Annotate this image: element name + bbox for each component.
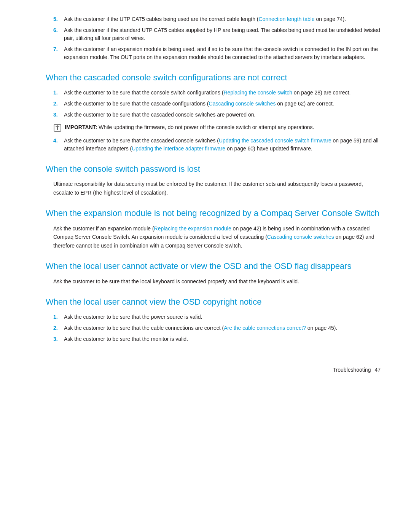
cascading-switches-link2[interactable]: Cascading console switches <box>267 234 334 240</box>
updating-adapter-link[interactable]: Updating the interface adapter firmware <box>132 145 225 152</box>
list-number: 5. <box>53 15 64 23</box>
intro-section: 5. Ask the customer if the UTP CAT5 cabl… <box>46 15 381 61</box>
list-content: Ask the customer to be sure that the cas… <box>64 137 381 153</box>
cable-connections-link[interactable]: Are the cable connections correct? <box>224 325 306 331</box>
list-item: 4. Ask the customer to be sure that the … <box>53 137 381 153</box>
cascading-switches-link[interactable]: Cascading console switches <box>209 101 276 107</box>
list-number: 6. <box>53 26 64 42</box>
list-content: Ask the customer to be sure that the cas… <box>64 111 381 119</box>
section-heading-cascaded: When the cascaded console switch configu… <box>46 72 381 83</box>
important-text: IMPORTANT: While updating the firmware, … <box>65 123 381 131</box>
list-content: Ask the customer to be sure that the con… <box>64 89 381 97</box>
list-item: 7. Ask the customer if an expansion modu… <box>46 45 381 61</box>
osd-disappears-body: Ask the customer to be sure that the loc… <box>53 277 381 286</box>
list-content: Ask the customer to be sure that the mon… <box>64 335 381 343</box>
osd-copyright-section: When the local user cannot view the OSD … <box>46 296 381 343</box>
section-heading-osd-disappears: When the local user cannot activate or v… <box>46 260 381 272</box>
list-number: 3. <box>53 335 64 343</box>
important-icon <box>53 124 62 132</box>
cascaded-configs-section: When the cascaded console switch configu… <box>46 72 381 153</box>
important-body: While updating the firmware, do not powe… <box>99 124 314 130</box>
list-content: Ask the customer if an expansion module … <box>64 45 381 61</box>
list-item: 3. Ask the customer to be sure that the … <box>46 111 381 119</box>
list-content: Ask the customer to be sure that the cab… <box>64 324 381 332</box>
list-item: 1. Ask the customer to be sure that the … <box>46 313 381 321</box>
list-item: 1. Ask the customer to be sure that the … <box>46 89 381 97</box>
section-heading-password: When the console switch password is lost <box>46 163 381 175</box>
list-content: Ask the customer if the UTP CAT5 cables … <box>64 15 381 23</box>
list-content: Ask the customer to be sure that the cas… <box>64 100 381 108</box>
list-number: 3. <box>53 111 64 119</box>
replacing-console-link[interactable]: Replacing the console switch <box>223 89 292 96</box>
list-item: 2. Ask the customer to be sure that the … <box>46 324 381 332</box>
section-heading-expansion: When the expansion module is not being r… <box>46 208 381 219</box>
footer: Troubleshooting 47 <box>46 366 381 374</box>
password-lost-section: When the console switch password is lost… <box>46 163 381 197</box>
list-item: 3. Ask the customer to be sure that the … <box>46 335 381 343</box>
osd-disappears-section: When the local user cannot activate or v… <box>46 260 381 286</box>
updating-cascaded-link[interactable]: Updating the cascaded console switch fir… <box>219 137 331 144</box>
list-content: Ask the customer to be sure that the pow… <box>64 313 381 321</box>
expansion-module-body: Ask the customer if an expansion module … <box>53 224 381 250</box>
section-heading-osd-copyright: When the local user cannot view the OSD … <box>46 296 381 308</box>
cascaded-sub-list: 4. Ask the customer to be sure that the … <box>53 137 381 153</box>
important-label: IMPORTANT: <box>65 124 97 130</box>
password-lost-body: Ultimate responsibility for data securit… <box>53 180 381 197</box>
footer-page: 47 <box>374 366 381 374</box>
expansion-module-section: When the expansion module is not being r… <box>46 208 381 250</box>
list-number: 1. <box>53 89 64 97</box>
list-number: 2. <box>53 100 64 108</box>
important-notice: IMPORTANT: While updating the firmware, … <box>53 123 381 132</box>
svg-point-1 <box>57 125 58 126</box>
list-content: Ask the customer if the standard UTP CAT… <box>64 26 381 42</box>
replacing-expansion-link[interactable]: Replacing the expansion module <box>154 225 231 232</box>
cascaded-configs-list: 1. Ask the customer to be sure that the … <box>46 89 381 119</box>
list-number: 2. <box>53 324 64 332</box>
osd-copyright-list: 1. Ask the customer to be sure that the … <box>46 313 381 343</box>
list-item: 5. Ask the customer if the UTP CAT5 cabl… <box>46 15 381 23</box>
list-number: 4. <box>53 137 64 153</box>
list-item: 2. Ask the customer to be sure that the … <box>46 100 381 108</box>
intro-list: 5. Ask the customer if the UTP CAT5 cabl… <box>46 15 381 61</box>
list-number: 1. <box>53 313 64 321</box>
footer-label: Troubleshooting <box>333 366 371 374</box>
list-item: 6. Ask the customer if the standard UTP … <box>46 26 381 42</box>
list-number: 7. <box>53 45 64 61</box>
connection-length-link[interactable]: Connection length table <box>259 16 315 22</box>
